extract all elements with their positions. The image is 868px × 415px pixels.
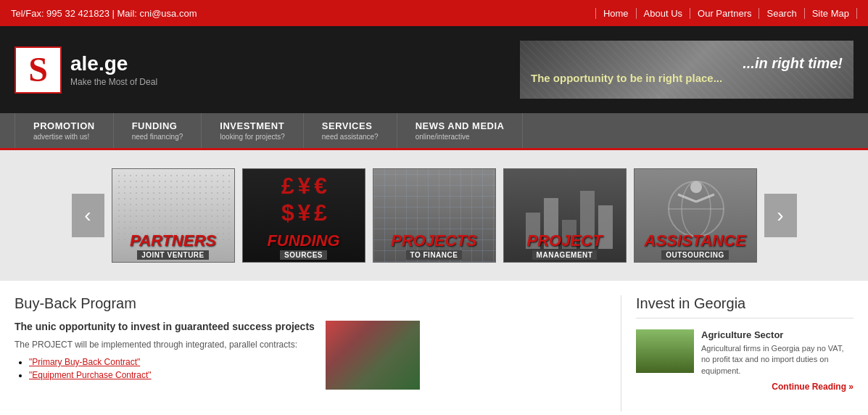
slide-assistance[interactable]: ASSISTANCE OUTSOURCING xyxy=(634,168,757,263)
slide-projmgmt-sub: MANAGEMENT xyxy=(532,250,598,260)
slider-section: ‹ PARTNERS JOINT VENTURE £ ¥ €$ ¥ £ FUND… xyxy=(0,150,868,281)
logo-text-group: ale.ge Make the Most of Deal xyxy=(70,52,157,87)
nav-item-services-sub: need assistance? xyxy=(322,133,379,141)
left-content: Buy-Back Program The unic opportunity to… xyxy=(15,295,621,411)
slider-prev[interactable]: ‹ xyxy=(72,194,104,237)
nav-item-promotion-title: PROMOTION xyxy=(33,120,95,131)
nav-item-investment[interactable]: INVESTMENT looking for projects? xyxy=(202,113,304,148)
slider-next[interactable]: › xyxy=(764,194,797,237)
continue-reading-link[interactable]: Continue Reading » xyxy=(772,382,853,392)
nav-sitemap[interactable]: Site Map xyxy=(805,8,857,19)
invest-title: Agriculture Sector xyxy=(701,329,853,340)
slide-projects-main: PROJECTS xyxy=(391,233,477,249)
slide-funding[interactable]: £ ¥ €$ ¥ £ FUNDING SOURCES xyxy=(242,168,365,263)
logo-title: ale.ge xyxy=(70,52,157,75)
content-area: Buy-Back Program The unic opportunity to… xyxy=(0,281,868,415)
logo-box: S xyxy=(15,46,62,94)
nav-item-funding-title: FUNDING xyxy=(132,120,183,131)
nav-item-promotion[interactable]: PROMOTION advertise with us! xyxy=(15,113,114,148)
nav-item-services[interactable]: SERVICES need assistance? xyxy=(304,113,397,148)
logo-area: S ale.ge Make the Most of Deal xyxy=(15,46,157,94)
invest-text-block: Agriculture Sector Agricultural firms in… xyxy=(701,329,853,392)
nav-item-funding-sub: need financing? xyxy=(132,133,183,141)
nav-item-funding[interactable]: FUNDING need financing? xyxy=(114,113,202,148)
slider-items: PARTNERS JOINT VENTURE £ ¥ €$ ¥ £ FUNDIN… xyxy=(104,168,764,263)
link-primary[interactable]: "Primary Buy-Back Contract" xyxy=(29,357,140,367)
slide-funding-sub: SOURCES xyxy=(280,250,327,260)
nav-home[interactable]: Home xyxy=(595,8,637,19)
continue-reading: Continue Reading » xyxy=(701,381,853,392)
nav-item-news[interactable]: NEWS AND MEDIA online/interactive xyxy=(397,113,524,148)
banner-tagline2: The opportunity to be in right place... xyxy=(531,72,843,84)
top-nav: Home About Us Our Partners Search Site M… xyxy=(595,8,857,19)
slide-projects-sub: TO FINANCE xyxy=(406,250,463,260)
header-banner: ...in right time! The opportunity to be … xyxy=(520,41,853,99)
slide-funding-main: FUNDING xyxy=(267,233,339,249)
nav-partners[interactable]: Our Partners xyxy=(690,8,759,19)
svg-line-10 xyxy=(696,194,714,202)
nav-item-services-title: SERVICES xyxy=(322,120,379,131)
slide-projects[interactable]: PROJECTS TO FINANCE xyxy=(373,168,496,263)
contact-info: Tel/Fax: 995 32 421823 | Mail: cni@usa.c… xyxy=(11,8,197,19)
slide-partners-sub: JOINT VENTURE xyxy=(137,250,209,260)
article-text: The unic opportunity to invest in guaran… xyxy=(15,321,315,390)
logo-tagline: Make the Most of Deal xyxy=(70,77,157,87)
link-equipment[interactable]: "Equipment Purchase Contract" xyxy=(29,370,152,380)
list-item: "Primary Buy-Back Contract" xyxy=(29,357,315,367)
article-image xyxy=(326,321,420,390)
svg-line-9 xyxy=(678,194,696,202)
slide-assistance-sub: OUTSOURCING xyxy=(661,250,729,260)
article-title: The unic opportunity to invest in guaran… xyxy=(15,321,315,332)
right-content: Invest in Georgia Agriculture Sector Agr… xyxy=(621,295,853,411)
nav-item-investment-title: INVESTMENT xyxy=(220,120,285,131)
logo-letter: S xyxy=(28,52,48,87)
nav-item-promotion-sub: advertise with us! xyxy=(33,133,95,141)
invest-thumbnail xyxy=(636,329,694,373)
nav-item-investment-sub: looking for projects? xyxy=(220,133,285,141)
nav-search[interactable]: Search xyxy=(759,8,804,19)
invest-item-agriculture: Agriculture Sector Agricultural firms in… xyxy=(636,329,853,392)
nav-item-news-title: NEWS AND MEDIA xyxy=(416,120,505,131)
article-links: "Primary Buy-Back Contract" "Equipment P… xyxy=(29,357,315,380)
nav-about[interactable]: About Us xyxy=(637,8,690,19)
slide-assistance-main: ASSISTANCE xyxy=(644,233,745,249)
slide-projmgmt[interactable]: PROJECT MANAGEMENT xyxy=(503,168,627,263)
top-bar: Tel/Fax: 995 32 421823 | Mail: cni@usa.c… xyxy=(0,0,868,26)
slide-partners-main: PARTNERS xyxy=(130,233,216,249)
invest-desc: Agricultural firms in Georgia pay no VAT… xyxy=(701,343,853,377)
svg-point-8 xyxy=(690,181,702,193)
banner-tagline1: ...in right time! xyxy=(531,55,843,72)
slide-projmgmt-main: PROJECT xyxy=(527,233,603,249)
nav-item-news-sub: online/interactive xyxy=(416,133,505,141)
right-section-title: Invest in Georgia xyxy=(636,295,853,319)
article-body: The PROJECT will be implemented through … xyxy=(15,338,315,351)
article-block: The unic opportunity to invest in guaran… xyxy=(15,321,606,390)
slide-partners[interactable]: PARTNERS JOINT VENTURE xyxy=(112,168,235,263)
list-item: "Equipment Purchase Contract" xyxy=(29,370,315,380)
left-section-title: Buy-Back Program xyxy=(15,295,606,312)
header: S ale.ge Make the Most of Deal ...in rig… xyxy=(0,26,868,113)
main-nav: PROMOTION advertise with us! FUNDING nee… xyxy=(0,113,868,150)
